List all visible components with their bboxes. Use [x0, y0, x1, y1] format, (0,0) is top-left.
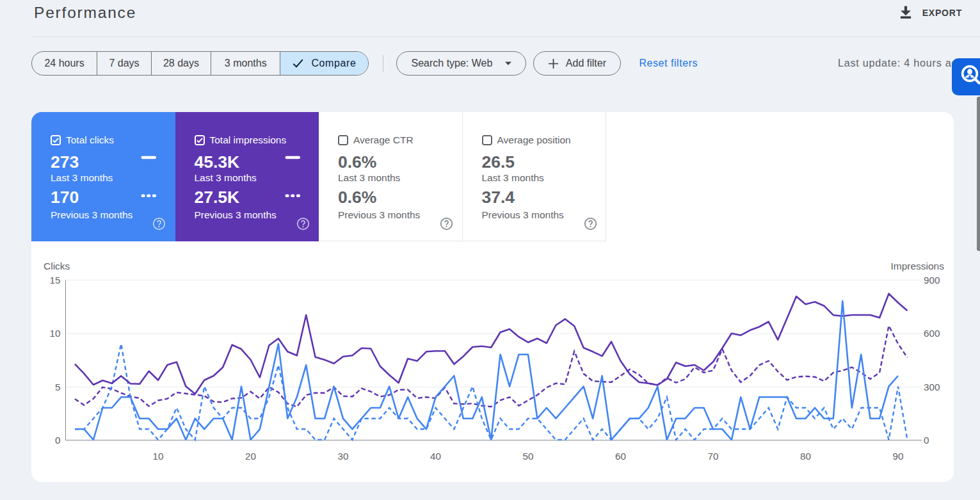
- svg-text:30: 30: [338, 451, 349, 462]
- svg-text:40: 40: [430, 451, 441, 462]
- svg-text:20: 20: [245, 451, 256, 462]
- svg-text:Impressions: Impressions: [890, 261, 944, 271]
- svg-text:900: 900: [924, 275, 940, 286]
- svg-text:90: 90: [893, 451, 904, 462]
- svg-text:300: 300: [924, 382, 940, 392]
- svg-text:10: 10: [50, 328, 61, 339]
- svg-text:600: 600: [924, 328, 940, 339]
- svg-text:5: 5: [55, 382, 60, 392]
- svg-text:50: 50: [523, 451, 534, 462]
- svg-text:70: 70: [708, 451, 719, 462]
- svg-text:15: 15: [50, 275, 61, 286]
- svg-text:80: 80: [800, 451, 811, 462]
- svg-text:10: 10: [153, 451, 164, 462]
- svg-text:0: 0: [55, 435, 60, 446]
- svg-text:Clicks: Clicks: [44, 261, 70, 271]
- svg-text:60: 60: [615, 451, 626, 462]
- svg-text:0: 0: [924, 435, 929, 446]
